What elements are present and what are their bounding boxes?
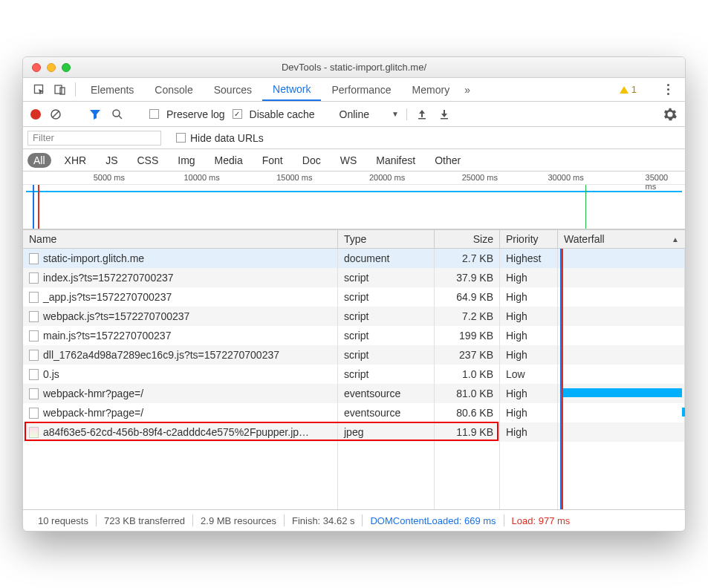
tab-console[interactable]: Console xyxy=(144,78,203,101)
zoom-window-button[interactable] xyxy=(62,63,71,72)
file-icon xyxy=(29,292,39,303)
chip-css[interactable]: CSS xyxy=(131,153,164,168)
request-type: script xyxy=(338,307,435,326)
table-row[interactable]: main.js?ts=1572270700237script199 KBHigh xyxy=(23,326,685,345)
request-type: script xyxy=(338,345,435,365)
filter-bar: Filter Hide data URLs xyxy=(23,127,685,149)
chip-font[interactable]: Font xyxy=(256,153,289,168)
filter-icon[interactable] xyxy=(88,107,103,122)
disable-cache-checkbox[interactable] xyxy=(233,109,242,119)
request-size: 2.7 KB xyxy=(435,249,500,268)
device-toggle-icon[interactable] xyxy=(50,78,71,101)
status-resources: 2.9 MB resources xyxy=(193,515,284,526)
chip-img[interactable]: Img xyxy=(172,153,201,168)
request-waterfall xyxy=(558,249,685,268)
chip-all[interactable]: All xyxy=(27,153,51,168)
chip-doc[interactable]: Doc xyxy=(296,153,327,168)
hide-data-urls-checkbox[interactable] xyxy=(176,133,186,143)
svg-rect-5 xyxy=(418,118,426,120)
request-priority: Low xyxy=(500,365,558,384)
table-row[interactable]: webpack-hmr?page=/eventsource80.6 KBHigh xyxy=(23,403,685,422)
preserve-log-checkbox[interactable] xyxy=(149,109,159,119)
timeline-tick: 15000 ms xyxy=(276,173,312,182)
status-finish: Finish: 34.62 s xyxy=(285,515,363,526)
file-icon xyxy=(29,427,39,438)
request-size: 1.0 KB xyxy=(435,365,500,384)
tab-network[interactable]: Network xyxy=(262,78,321,101)
table-row[interactable]: webpack.js?ts=1572270700237script7.2 KBH… xyxy=(23,307,685,326)
request-priority: High xyxy=(500,422,558,442)
throttling-select[interactable]: Online ▼ xyxy=(340,108,407,120)
filter-input[interactable]: Filter xyxy=(27,131,161,146)
inspect-icon[interactable] xyxy=(29,78,50,101)
request-priority: High xyxy=(500,403,558,422)
download-har-icon[interactable] xyxy=(437,107,452,122)
request-priority: High xyxy=(500,345,558,365)
table-row[interactable]: index.js?ts=1572270700237script37.9 KBHi… xyxy=(23,268,685,287)
status-load: Load: 977 ms xyxy=(504,515,578,526)
timeline-tick: 25000 ms xyxy=(462,173,498,182)
upload-har-icon[interactable] xyxy=(415,107,429,122)
window-title: DevTools - static-import.glitch.me/ xyxy=(23,62,685,73)
search-icon[interactable] xyxy=(110,107,125,122)
tab-performance[interactable]: Performance xyxy=(321,78,401,101)
settings-icon[interactable] xyxy=(663,107,678,122)
col-type[interactable]: Type xyxy=(338,230,435,248)
col-waterfall[interactable]: Waterfall ▲ xyxy=(558,230,685,248)
warning-badge[interactable]: 1 xyxy=(620,84,637,95)
svg-rect-1 xyxy=(55,85,62,94)
col-size[interactable]: Size xyxy=(435,230,500,248)
table-row[interactable]: dll_1762a4d98a7289ec16c9.js?ts=157227070… xyxy=(23,345,685,365)
preserve-log-label: Preserve log xyxy=(166,108,225,120)
tab-memory[interactable]: Memory xyxy=(402,78,461,101)
request-priority: High xyxy=(500,307,558,326)
request-type: eventsource xyxy=(338,403,435,422)
table-row[interactable]: 0.jsscript1.0 KBLow xyxy=(23,365,685,384)
table-row[interactable]: _app.js?ts=1572270700237script64.9 KBHig… xyxy=(23,287,685,307)
tabs-overflow[interactable]: » xyxy=(460,78,475,101)
request-name: webpack-hmr?page=/ xyxy=(43,407,143,419)
tab-elements[interactable]: Elements xyxy=(80,78,144,101)
request-priority: High xyxy=(500,384,558,403)
request-waterfall xyxy=(558,307,685,326)
clear-icon[interactable] xyxy=(48,107,63,122)
timeline-tick: 20000 ms xyxy=(369,173,405,182)
chip-xhr[interactable]: XHR xyxy=(59,153,93,168)
request-waterfall xyxy=(558,422,685,442)
table-row[interactable]: a84f63e5-62cd-456b-89f4-c2adddc4e575%2Fp… xyxy=(23,422,685,442)
timeline-tick: 30000 ms xyxy=(548,173,583,182)
table-row[interactable]: webpack-hmr?page=/eventsource81.0 KBHigh xyxy=(23,384,685,403)
table-row[interactable]: static-import.glitch.medocument2.7 KBHig… xyxy=(23,249,685,268)
chip-manifest[interactable]: Manifest xyxy=(370,153,421,168)
request-size: 37.9 KB xyxy=(435,268,500,287)
file-icon xyxy=(29,253,39,264)
request-name: 0.js xyxy=(43,368,59,380)
chip-js[interactable]: JS xyxy=(100,153,123,168)
warning-icon xyxy=(620,86,629,94)
request-waterfall xyxy=(558,384,685,403)
request-waterfall xyxy=(558,268,685,287)
status-requests: 10 requests xyxy=(30,515,96,526)
more-menu-icon[interactable] xyxy=(661,84,675,95)
request-waterfall xyxy=(558,403,685,422)
chip-ws[interactable]: WS xyxy=(334,153,363,168)
svg-rect-6 xyxy=(441,118,448,120)
close-window-button[interactable] xyxy=(32,63,41,72)
request-type: script xyxy=(338,365,435,384)
col-name[interactable]: Name xyxy=(23,230,338,248)
request-priority: Highest xyxy=(500,249,558,268)
file-icon xyxy=(29,388,39,399)
request-type: script xyxy=(338,268,435,287)
empty-area xyxy=(23,442,685,510)
chip-other[interactable]: Other xyxy=(429,153,467,168)
chip-media[interactable]: Media xyxy=(209,153,249,168)
overview-timeline[interactable]: 5000 ms10000 ms15000 ms20000 ms25000 ms3… xyxy=(23,172,685,229)
request-size: 7.2 KB xyxy=(435,307,500,326)
request-size: 64.9 KB xyxy=(435,287,500,307)
type-filter-bar: All XHR JS CSS Img Media Font Doc WS Man… xyxy=(23,149,685,172)
record-button[interactable] xyxy=(30,109,41,120)
tab-sources[interactable]: Sources xyxy=(204,78,262,101)
minimize-window-button[interactable] xyxy=(47,63,56,72)
request-waterfall xyxy=(558,326,685,345)
col-priority[interactable]: Priority xyxy=(500,230,558,248)
